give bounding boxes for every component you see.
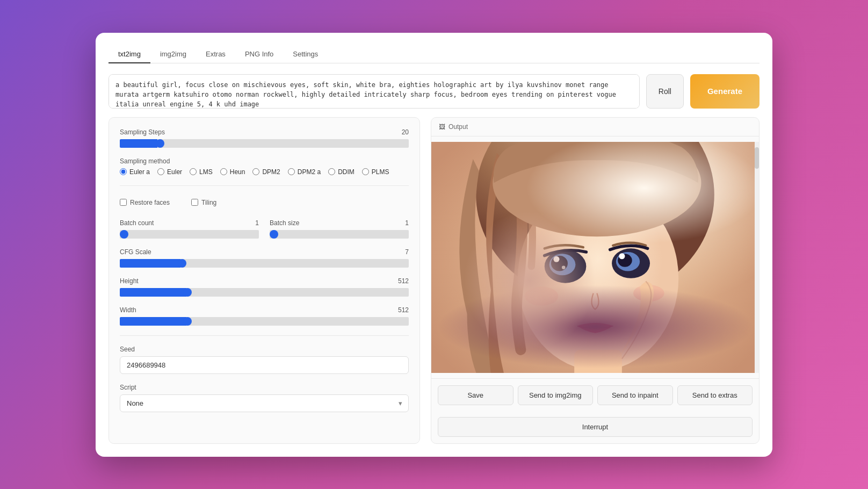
- batch-size-value: 1: [396, 219, 409, 227]
- cfg-scale-value: 7: [396, 248, 409, 256]
- tab-settings[interactable]: Settings: [283, 46, 328, 63]
- left-panel: Sampling Steps 20 Sampling method Euler …: [108, 117, 420, 444]
- svg-rect-0: [431, 142, 759, 373]
- svg-point-8: [616, 252, 640, 271]
- width-value: 512: [396, 306, 409, 314]
- batch-size-section: Batch size 1: [270, 219, 409, 239]
- app-window: txt2img img2img Extras PNG Info Settings…: [96, 33, 772, 457]
- send-to-inpaint-button[interactable]: Send to inpaint: [597, 385, 673, 405]
- batch-count-section: Batch count 1: [120, 219, 259, 239]
- right-panel: 🖼 Output: [431, 117, 760, 444]
- radio-lms[interactable]: LMS: [190, 168, 213, 176]
- width-section: Width 512: [120, 306, 409, 326]
- radio-dpm2[interactable]: DPM2: [252, 168, 280, 176]
- svg-rect-1: [431, 142, 759, 373]
- width-slider[interactable]: [120, 317, 409, 326]
- svg-point-12: [619, 253, 625, 259]
- tab-img2img[interactable]: img2img: [150, 46, 196, 63]
- main-content: Sampling Steps 20 Sampling method Euler …: [108, 117, 760, 444]
- svg-point-15: [633, 285, 664, 301]
- seed-section: Seed: [120, 346, 409, 374]
- svg-point-13: [562, 265, 566, 269]
- interrupt-row: Interrupt: [431, 417, 759, 443]
- output-header: 🖼 Output: [431, 118, 759, 136]
- svg-point-7: [549, 254, 576, 275]
- sampling-method-label: Sampling method: [120, 157, 409, 165]
- sampling-steps-value: 20: [396, 128, 409, 136]
- scrollbar-track[interactable]: [755, 142, 759, 373]
- svg-rect-4: [574, 349, 622, 372]
- sampling-steps-label: Sampling Steps: [120, 128, 165, 136]
- sampling-method-group: Euler a Euler LMS Heun DPM2: [120, 168, 409, 176]
- cfg-scale-section: CFG Scale 7: [120, 248, 409, 268]
- output-label: Output: [449, 123, 468, 131]
- svg-point-10: [618, 254, 632, 267]
- svg-point-5: [545, 249, 587, 283]
- output-image: [431, 142, 759, 373]
- tab-txt2img[interactable]: txt2img: [108, 46, 150, 63]
- radio-euler-a[interactable]: Euler a: [120, 168, 150, 176]
- divider-1: [120, 185, 409, 186]
- seed-label: Seed: [120, 346, 409, 353]
- faces-tiling-row: Restore faces Tiling: [120, 196, 409, 210]
- height-label: Height: [120, 277, 139, 285]
- svg-point-16: [493, 142, 701, 236]
- batch-count-slider[interactable]: [120, 230, 259, 239]
- svg-point-9: [551, 255, 568, 271]
- width-label: Width: [120, 306, 136, 314]
- tabs-bar: txt2img img2img Extras PNG Info Settings: [108, 46, 760, 63]
- generate-button[interactable]: Generate: [690, 74, 760, 109]
- batch-row: Batch count 1 Batch size 1: [120, 219, 409, 239]
- sampling-steps-section: Sampling Steps 20: [120, 128, 409, 148]
- scrollbar-thumb[interactable]: [755, 147, 759, 169]
- tiling-checkbox[interactable]: Tiling: [191, 199, 216, 206]
- script-select-wrapper: None: [120, 394, 409, 412]
- action-buttons-row: Save Send to img2img Send to inpaint Sen…: [431, 378, 759, 412]
- seed-input[interactable]: [120, 356, 409, 374]
- script-label: Script: [120, 384, 409, 391]
- sampling-method-section: Sampling method Euler a Euler LMS Heun: [120, 157, 409, 176]
- restore-faces-checkbox[interactable]: Restore faces: [120, 199, 170, 206]
- sampling-steps-slider[interactable]: [120, 139, 409, 148]
- svg-point-3: [518, 185, 678, 370]
- save-button[interactable]: Save: [438, 385, 513, 405]
- send-to-img2img-button[interactable]: Send to img2img: [518, 385, 594, 405]
- roll-button[interactable]: Roll: [646, 74, 684, 109]
- interrupt-button[interactable]: Interrupt: [438, 417, 753, 437]
- radio-plms[interactable]: PLMS: [362, 168, 389, 176]
- svg-point-6: [612, 248, 650, 278]
- height-slider[interactable]: [120, 288, 409, 297]
- batch-size-label: Batch size: [270, 219, 299, 227]
- send-to-extras-button[interactable]: Send to extras: [677, 385, 753, 405]
- batch-size-slider[interactable]: [270, 230, 409, 239]
- svg-point-2: [476, 142, 714, 302]
- prompt-input[interactable]: a beautiful girl, focus close on mischie…: [108, 74, 640, 109]
- svg-point-11: [553, 256, 559, 262]
- script-section: Script None: [120, 384, 409, 412]
- output-icon: 🖼: [439, 123, 445, 131]
- height-section: Height 512: [120, 277, 409, 297]
- script-select[interactable]: None: [120, 394, 409, 412]
- tab-extras[interactable]: Extras: [196, 46, 235, 63]
- radio-euler[interactable]: Euler: [157, 168, 182, 176]
- divider-2: [120, 335, 409, 336]
- radio-ddim[interactable]: DDIM: [328, 168, 355, 176]
- cfg-scale-slider[interactable]: [120, 259, 409, 268]
- batch-count-label: Batch count: [120, 219, 154, 227]
- cfg-scale-label: CFG Scale: [120, 248, 151, 256]
- tab-png-info[interactable]: PNG Info: [235, 46, 283, 63]
- radio-dpm2a[interactable]: DPM2 a: [288, 168, 321, 176]
- batch-count-value: 1: [246, 219, 259, 227]
- svg-point-14: [525, 286, 558, 305]
- header-row: a beautiful girl, focus close on mischie…: [108, 74, 760, 109]
- radio-heun[interactable]: Heun: [220, 168, 245, 176]
- height-value: 512: [396, 277, 409, 285]
